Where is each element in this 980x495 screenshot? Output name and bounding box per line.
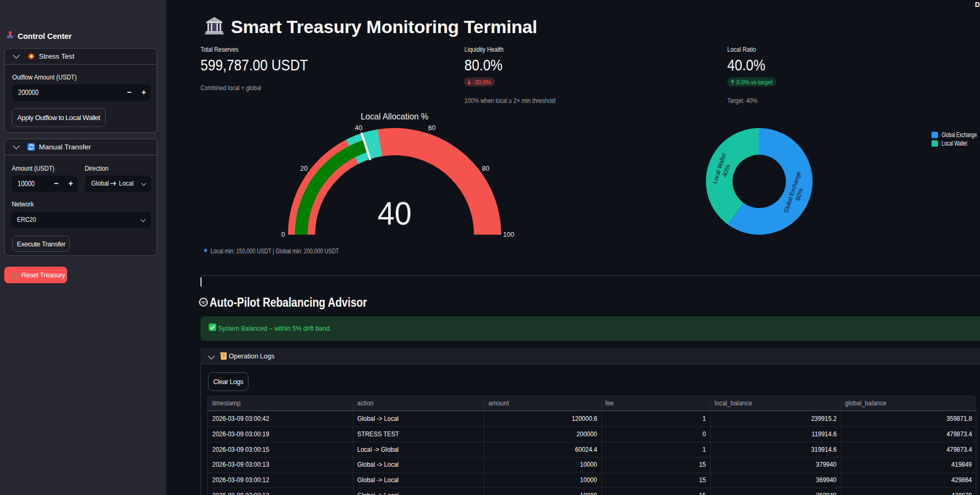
svg-text:Global Exchange: Global Exchange (942, 131, 977, 139)
svg-text:$: $ (213, 18, 215, 21)
svg-text:100: 100 (503, 231, 515, 238)
svg-text:80: 80 (482, 165, 489, 172)
svg-text:Local Wallet: Local Wallet (942, 140, 967, 147)
svg-text:40: 40 (355, 124, 363, 132)
svg-text:0: 0 (282, 231, 285, 238)
svg-text:60: 60 (428, 124, 436, 132)
svg-text:Local Allocation %: Local Allocation % (361, 111, 429, 121)
svg-text:40: 40 (377, 195, 412, 231)
svg-text:20: 20 (300, 165, 308, 172)
